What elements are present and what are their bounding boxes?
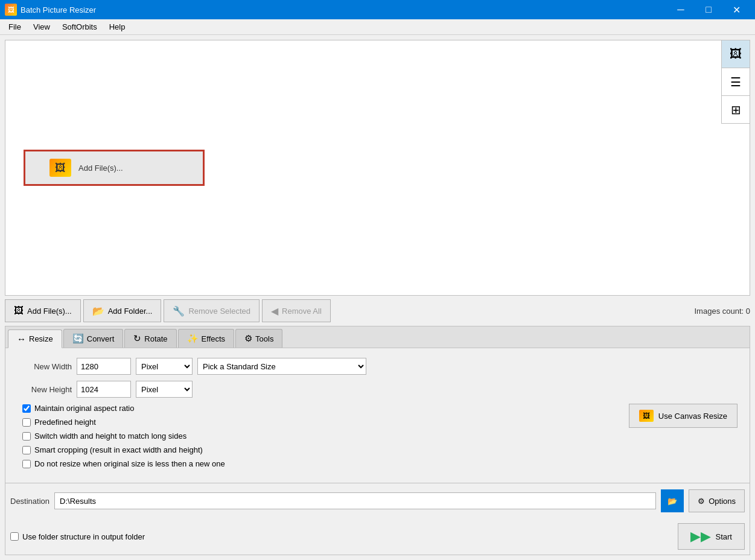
switch-sides-checkbox[interactable] (22, 432, 31, 441)
destination-label: Destination (10, 497, 49, 506)
window-controls: ─ □ ✕ (667, 0, 750, 19)
predefined-height-checkbox[interactable] (22, 418, 31, 427)
resize-tab-icon: ↔ (17, 334, 26, 344)
close-button[interactable]: ✕ (722, 0, 750, 19)
add-files-label: Add File(s)... (27, 307, 72, 316)
add-files-big-label: Add File(s)... (78, 164, 123, 173)
no-enlarge-checkbox[interactable] (22, 460, 31, 468)
smart-crop-row: Smart cropping (result in exact width an… (18, 445, 617, 454)
predefined-height-label: Predefined height (34, 418, 96, 427)
use-folder-structure-checkbox[interactable] (10, 532, 19, 541)
minimize-button[interactable]: ─ (667, 0, 695, 19)
destination-row: Destination 📂 ⚙ Options (5, 483, 750, 518)
file-icon-big: 🖼 (49, 159, 71, 177)
tab-rotate[interactable]: ↻ Rotate (124, 329, 176, 348)
view-buttons: 🖼 ☰ ⊞ (721, 40, 750, 124)
maintain-aspect-checkbox[interactable] (22, 404, 31, 413)
start-icon: ▶▶ (690, 529, 711, 544)
new-height-label: New Height (18, 385, 72, 394)
rotate-tab-icon: ↻ (133, 333, 141, 344)
tab-resize[interactable]: ↔ Resize (8, 329, 62, 348)
destination-browse-button[interactable]: 📂 (661, 489, 684, 512)
remove-all-label: Remove All (282, 307, 322, 316)
new-height-row: New Height Pixel Percent Centimeter Inch (18, 381, 737, 398)
canvas-col: 🖼 Use Canvas Resize (629, 404, 737, 473)
rotate-tab-label: Rotate (144, 334, 167, 343)
file-drop-area: 🖼 Add File(s)... 🖼 ☰ ⊞ (5, 40, 750, 296)
remove-all-button[interactable]: ◀ Remove All (262, 299, 331, 322)
canvas-resize-icon: 🖼 (639, 410, 654, 422)
thumbnail-view-btn[interactable]: 🖼 (722, 40, 750, 68)
start-button[interactable]: ▶▶ Start (678, 523, 745, 550)
grid-view-btn[interactable]: ⊞ (722, 96, 750, 124)
maintain-aspect-row: Maintain original aspect ratio (18, 404, 617, 413)
tab-convert[interactable]: 🔄 Convert (63, 329, 124, 348)
menu-view[interactable]: View (27, 21, 56, 33)
title-bar-left: 🖼 Batch Picture Resizer (5, 4, 96, 16)
images-count: Images count: 0 (695, 307, 751, 316)
use-folder-structure-label: Use folder structure in output folder (22, 532, 145, 541)
remove-selected-button[interactable]: 🔧 Remove Selected (164, 299, 260, 322)
maintain-aspect-label: Maintain original aspect ratio (34, 404, 134, 413)
switch-sides-row: Switch width and height to match long si… (18, 431, 617, 441)
new-width-row: New Width Pixel Percent Centimeter Inch … (18, 358, 737, 375)
remove-selected-icon: 🔧 (173, 305, 185, 317)
effects-tab-icon: ✨ (187, 333, 199, 344)
no-enlarge-row: Do not resize when original size is less… (18, 459, 617, 468)
bottom-panel: ↔ Resize 🔄 Convert ↻ Rotate ✨ Effects ⚙ … (5, 326, 750, 555)
tools-tab-label: Tools (255, 334, 273, 343)
resize-tab-label: Resize (29, 334, 53, 343)
effects-tab-label: Effects (202, 334, 226, 343)
menu-softorbits[interactable]: SoftOrbits (56, 21, 103, 33)
smart-crop-checkbox[interactable] (22, 446, 31, 454)
canvas-resize-label: Use Canvas Resize (658, 412, 727, 421)
smart-crop-label: Smart cropping (result in exact width an… (34, 445, 203, 454)
canvas-resize-button[interactable]: 🖼 Use Canvas Resize (629, 404, 737, 428)
convert-tab-label: Convert (87, 334, 115, 343)
standard-size-select[interactable]: Pick a Standard Size 640x480 800x600 102… (197, 358, 366, 375)
tools-tab-icon: ⚙ (244, 333, 252, 344)
new-height-input[interactable] (77, 381, 131, 398)
options-button[interactable]: ⚙ Options (689, 489, 745, 512)
remove-selected-label: Remove Selected (188, 307, 250, 316)
resize-panel: New Width Pixel Percent Centimeter Inch … (5, 348, 750, 483)
menu-bar: File View SoftOrbits Help (0, 19, 755, 35)
add-folder-button[interactable]: 📂 Add Folder... (83, 299, 162, 322)
add-folder-icon: 📂 (92, 305, 104, 317)
bottom-actions: Use folder structure in output folder ▶▶… (5, 518, 750, 555)
main-content: 🖼 Add File(s)... 🖼 ☰ ⊞ 🖼 Add File(s)... … (0, 35, 755, 560)
folder-open-icon: 📂 (667, 497, 677, 506)
options-label: Options (709, 497, 736, 506)
options-gear-icon: ⚙ (698, 497, 705, 506)
new-width-label: New Width (18, 362, 72, 371)
checkboxes-and-canvas: Maintain original aspect ratio Predefine… (18, 404, 737, 473)
maximize-button[interactable]: □ (695, 0, 722, 19)
no-enlarge-label: Do not resize when original size is less… (34, 459, 225, 468)
toolbar-row: 🖼 Add File(s)... 📂 Add Folder... 🔧 Remov… (5, 299, 750, 322)
add-folder-label: Add Folder... (108, 307, 153, 316)
tabs-row: ↔ Resize 🔄 Convert ↻ Rotate ✨ Effects ⚙ … (5, 326, 750, 348)
app-title: Batch Picture Resizer (21, 5, 96, 14)
destination-input[interactable] (54, 492, 656, 509)
menu-help[interactable]: Help (103, 21, 132, 33)
title-bar: 🖼 Batch Picture Resizer ─ □ ✕ (0, 0, 755, 19)
menu-file[interactable]: File (2, 21, 27, 33)
add-files-big-button[interactable]: 🖼 Add File(s)... (24, 150, 205, 186)
start-label: Start (716, 532, 732, 541)
new-width-unit-select[interactable]: Pixel Percent Centimeter Inch (136, 358, 193, 375)
tab-effects[interactable]: ✨ Effects (178, 329, 235, 348)
add-files-icon: 🖼 (14, 305, 24, 316)
app-icon: 🖼 (5, 4, 17, 16)
checkboxes-col: Maintain original aspect ratio Predefine… (18, 404, 617, 473)
convert-tab-icon: 🔄 (72, 333, 84, 344)
predefined-height-row: Predefined height (18, 418, 617, 427)
switch-sides-label: Switch width and height to match long si… (34, 431, 186, 441)
use-folder-structure-row: Use folder structure in output folder (10, 532, 145, 541)
add-files-button[interactable]: 🖼 Add File(s)... (5, 299, 81, 322)
remove-all-icon: ◀ (271, 305, 278, 317)
tab-tools[interactable]: ⚙ Tools (235, 329, 282, 348)
new-height-unit-select[interactable]: Pixel Percent Centimeter Inch (136, 381, 193, 398)
list-view-btn[interactable]: ☰ (722, 68, 750, 96)
new-width-input[interactable] (77, 358, 131, 375)
